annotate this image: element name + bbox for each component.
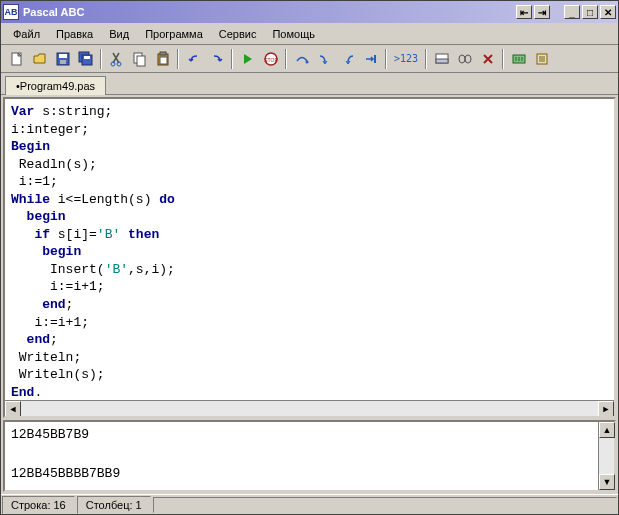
maximize-button[interactable]: □ (582, 5, 598, 19)
undo-icon[interactable] (182, 48, 205, 70)
run-to-cursor-icon[interactable] (359, 48, 382, 70)
statusbar: Строка: 16 Столбец: 1 (1, 494, 618, 514)
code-string: 'B' (97, 227, 120, 242)
scroll-track[interactable] (21, 401, 598, 416)
status-column: Столбец: 1 (77, 496, 151, 514)
toolbar-separator (285, 49, 287, 69)
menubar: Файл Правка Вид Программа Сервис Помощь (1, 23, 618, 45)
close-button[interactable]: ✕ (600, 5, 616, 19)
editor-hscrollbar[interactable]: ◄ ► (5, 400, 614, 416)
step-into-icon[interactable] (313, 48, 336, 70)
code-text: i:integer; (11, 122, 89, 137)
scroll-track[interactable] (599, 438, 614, 474)
scroll-down-icon[interactable]: ▼ (599, 474, 615, 490)
code-text (11, 227, 34, 242)
save-icon[interactable] (51, 48, 74, 70)
toolbar-separator (100, 49, 102, 69)
toolbar-separator (231, 49, 233, 69)
svg-rect-6 (84, 56, 90, 59)
menu-file[interactable]: Файл (5, 25, 48, 43)
code-text: i:=i+1; (11, 279, 105, 294)
menu-view[interactable]: Вид (101, 25, 137, 43)
new-file-icon[interactable] (5, 48, 28, 70)
code-text: s:string; (34, 104, 112, 119)
open-file-icon[interactable] (28, 48, 51, 70)
app-window: AB Pascal ABC ⇤ ⇥ _ □ ✕ Файл Правка Вид … (0, 0, 619, 515)
svg-text:STOP: STOP (264, 57, 278, 63)
svg-rect-3 (60, 60, 66, 64)
code-text: ; (66, 297, 74, 312)
scroll-up-icon[interactable]: ▲ (599, 422, 615, 438)
output-vscrollbar[interactable]: ▲ ▼ (598, 422, 614, 490)
minimize-button[interactable]: _ (564, 5, 580, 19)
toolbar-separator (425, 49, 427, 69)
toolbar: STOP >123 (1, 45, 618, 73)
code-keyword: Begin (11, 139, 50, 154)
close-output-icon[interactable] (476, 48, 499, 70)
step-out-icon[interactable] (336, 48, 359, 70)
copy-icon[interactable] (128, 48, 151, 70)
code-text: ,s,i); (128, 262, 175, 277)
scroll-left-icon[interactable]: ◄ (5, 401, 21, 417)
output-line: 12BB45BBBB7BB9 (11, 466, 120, 481)
svg-point-21 (465, 55, 471, 63)
save-all-icon[interactable] (74, 48, 97, 70)
svg-point-16 (305, 60, 308, 63)
view-output-icon[interactable] (430, 48, 453, 70)
titlebar: AB Pascal ABC ⇤ ⇥ _ □ ✕ (1, 1, 618, 23)
code-keyword: then (128, 227, 159, 242)
status-line: Строка: 16 (2, 496, 75, 514)
window-title: Pascal ABC (23, 6, 514, 18)
code-keyword: end (11, 297, 66, 312)
code-editor[interactable]: Var s:string; i:integer; Begin Readln(s)… (5, 99, 614, 400)
step-over-icon[interactable] (290, 48, 313, 70)
code-keyword: if (34, 227, 50, 242)
settings-icon[interactable] (530, 48, 553, 70)
code-text: Insert( (11, 262, 105, 277)
toolbar-separator (502, 49, 504, 69)
menu-edit[interactable]: Правка (48, 25, 101, 43)
code-text: Writeln(s); (11, 367, 105, 382)
svg-rect-10 (137, 56, 145, 66)
code-text: i:=i+1; (11, 315, 89, 330)
compile-icon[interactable] (507, 48, 530, 70)
code-text: i<=Length(s) (50, 192, 159, 207)
code-string: 'B' (105, 262, 128, 277)
code-text (120, 227, 128, 242)
code-text: Readln(s); (11, 157, 97, 172)
dock-right-button[interactable]: ⇥ (534, 5, 550, 19)
output-pane: 12B45BB7B9 12BB45BBBB7BB9 ▲ ▼ (3, 420, 616, 492)
menu-service[interactable]: Сервис (211, 25, 265, 43)
output-line: 12B45BB7B9 (11, 427, 89, 442)
redo-icon[interactable] (205, 48, 228, 70)
code-keyword: end (11, 332, 50, 347)
dock-left-button[interactable]: ⇤ (516, 5, 532, 19)
toolbar-separator (177, 49, 179, 69)
view-console-icon[interactable] (453, 48, 476, 70)
svg-rect-17 (374, 55, 376, 63)
stop-icon[interactable]: STOP (259, 48, 282, 70)
watch-icon[interactable]: >123 (390, 48, 422, 70)
paste-icon[interactable] (151, 48, 174, 70)
code-text: i:=1; (11, 174, 58, 189)
menu-program[interactable]: Программа (137, 25, 211, 43)
code-keyword: Var (11, 104, 34, 119)
code-text: ; (50, 332, 58, 347)
output-text[interactable]: 12B45BB7B9 12BB45BBBB7BB9 (5, 422, 598, 490)
code-keyword: begin (11, 209, 66, 224)
svg-rect-2 (59, 54, 67, 58)
code-text: . (34, 385, 42, 400)
scroll-right-icon[interactable]: ► (598, 401, 614, 417)
code-keyword: begin (11, 244, 81, 259)
code-text: s[i]= (50, 227, 97, 242)
menu-help[interactable]: Помощь (264, 25, 323, 43)
svg-rect-19 (436, 59, 448, 63)
cut-icon[interactable] (105, 48, 128, 70)
toolbar-separator (385, 49, 387, 69)
run-icon[interactable] (236, 48, 259, 70)
status-spacer (153, 497, 617, 513)
code-keyword: do (159, 192, 175, 207)
editor-pane: Var s:string; i:integer; Begin Readln(s)… (3, 97, 616, 418)
app-icon: AB (3, 4, 19, 20)
file-tab[interactable]: •Program49.pas (5, 76, 106, 95)
